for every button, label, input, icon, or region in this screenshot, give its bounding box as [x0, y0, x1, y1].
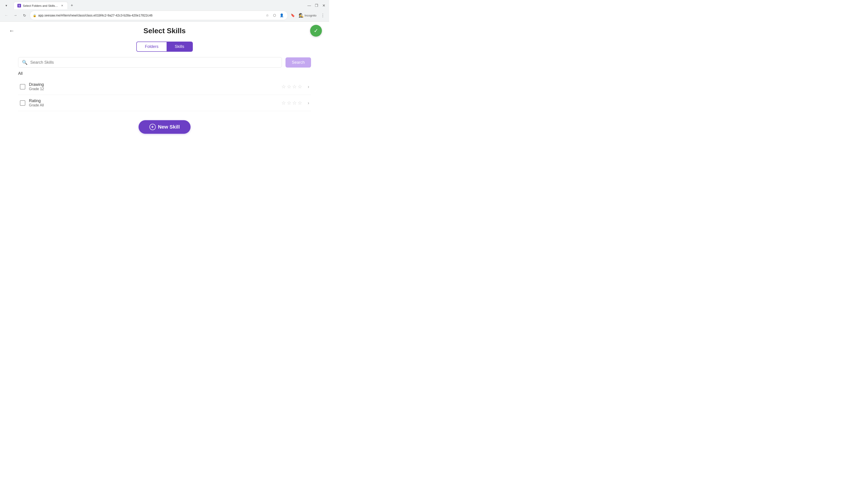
save-page-btn[interactable]: 🔖: [289, 12, 296, 19]
reload-btn[interactable]: ↻: [21, 12, 28, 19]
plus-circle-icon: +: [149, 124, 156, 130]
folders-tab-btn[interactable]: Folders: [137, 42, 166, 51]
forward-nav-btn[interactable]: →: [12, 12, 19, 19]
tab-title: Select Folders and Skills - Sees...: [23, 4, 59, 7]
skills-container: All Drawing Grade 12 ☆ ☆ ☆ ☆ › Rating Gr…: [0, 71, 329, 111]
tab-close-btn[interactable]: ✕: [60, 4, 64, 7]
star-2-4: ☆: [298, 100, 302, 106]
browser-title-bar: ▼ S Select Folders and Skills - Sees... …: [0, 0, 329, 9]
tab-toggle: Folders Skills: [136, 41, 193, 52]
search-button[interactable]: Search: [285, 57, 311, 68]
skill-item-2: Rating Grade All ☆ ☆ ☆ ☆ ›: [18, 95, 311, 111]
active-tab[interactable]: S Select Folders and Skills - Sees... ✕: [13, 2, 68, 9]
star-1-4: ☆: [298, 84, 302, 90]
skill-stars-2: ☆ ☆ ☆ ☆: [281, 100, 302, 106]
skill-name-line2-1: Grade 12: [29, 87, 278, 91]
skill-name-1: Drawing Grade 12: [29, 82, 278, 91]
page-title: Select Skills: [144, 27, 186, 35]
skill-checkbox-2[interactable]: [20, 100, 25, 106]
skill-item: Drawing Grade 12 ☆ ☆ ☆ ☆ ›: [18, 78, 311, 95]
extensions-btn[interactable]: ⬡: [271, 12, 278, 19]
chevron-right-icon-2[interactable]: ›: [308, 100, 309, 105]
all-label: All: [18, 71, 311, 76]
search-icon: 🔍: [22, 60, 28, 65]
incognito-badge: 🕵 Incognito: [297, 12, 318, 19]
browser-chrome: ▼ S Select Folders and Skills - Sees... …: [0, 0, 329, 22]
skill-name-2: Rating Grade All: [29, 98, 278, 107]
lock-icon: 🔒: [33, 14, 36, 17]
new-skill-container: + New Skill: [0, 111, 329, 141]
tab-toggle-container: Folders Skills: [0, 41, 329, 52]
address-bar[interactable]: 🔒 ☆ ⬡ 👤: [30, 11, 288, 20]
search-container: 🔍 Search: [0, 57, 329, 68]
back-button[interactable]: ←: [7, 26, 16, 35]
star-2-3: ☆: [292, 100, 297, 106]
toolbar-actions: 🔖 🕵 Incognito ⋮: [289, 12, 327, 19]
url-input[interactable]: [38, 13, 262, 17]
tab-bar: S Select Folders and Skills - Sees... ✕ …: [12, 2, 77, 9]
incognito-label: Incognito: [305, 14, 316, 17]
star-1-1: ☆: [281, 84, 286, 90]
tab-dropdown-btn[interactable]: ▼: [3, 2, 10, 9]
chevron-right-icon-1[interactable]: ›: [308, 84, 309, 89]
new-skill-label: New Skill: [158, 124, 180, 130]
restore-btn[interactable]: ❐: [314, 3, 319, 8]
star-2-1: ☆: [281, 100, 286, 106]
tab-favicon: S: [18, 4, 21, 7]
search-input-wrapper[interactable]: 🔍: [18, 57, 282, 68]
browser-toolbar: ← → ↻ 🔒 ☆ ⬡ 👤 🔖 🕵 Incognito ⋮: [0, 9, 329, 22]
confirm-button[interactable]: ✓: [310, 25, 322, 37]
star-1-2: ☆: [287, 84, 291, 90]
star-2-2: ☆: [287, 100, 291, 106]
bookmark-btn[interactable]: ☆: [264, 12, 270, 19]
incognito-icon: 🕵: [299, 13, 304, 18]
skill-checkbox-1[interactable]: [20, 84, 25, 90]
skill-stars-1: ☆ ☆ ☆ ☆: [281, 84, 302, 90]
new-skill-button[interactable]: + New Skill: [138, 120, 191, 134]
back-nav-btn[interactable]: ←: [3, 12, 10, 19]
skills-tab-btn[interactable]: Skills: [166, 42, 192, 51]
skill-name-line1-2: Rating: [29, 98, 278, 103]
skill-name-line2-2: Grade All: [29, 103, 278, 107]
star-1-3: ☆: [292, 84, 297, 90]
app-content: ← Select Skills ✓ Folders Skills 🔍 Searc…: [0, 22, 329, 198]
browser-menu-btn[interactable]: ⋮: [319, 12, 327, 19]
window-controls: ▼: [3, 2, 10, 9]
address-bar-actions: ☆ ⬡ 👤: [264, 12, 285, 19]
search-input[interactable]: [30, 60, 278, 65]
profile-btn[interactable]: 👤: [278, 12, 285, 19]
skill-name-line1-1: Drawing: [29, 82, 278, 87]
close-btn[interactable]: ✕: [321, 3, 327, 8]
minimize-btn[interactable]: —: [307, 3, 312, 8]
new-tab-btn[interactable]: +: [69, 2, 75, 9]
app-header: ← Select Skills ✓: [0, 22, 329, 40]
